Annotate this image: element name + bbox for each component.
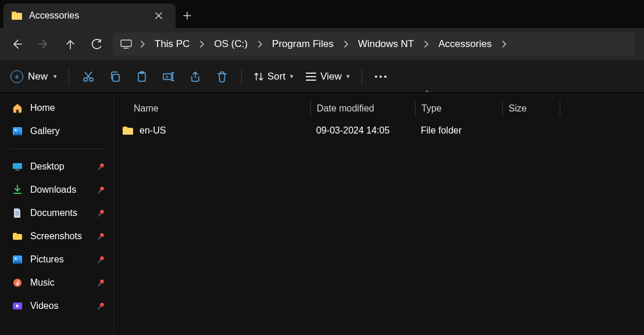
plus-circle-icon: + — [10, 70, 23, 83]
pin-icon: 📍 — [94, 300, 107, 312]
tab-title: Accessories — [29, 10, 150, 21]
nav-bar: This PC OS (C:) Program Files Windows NT… — [0, 28, 644, 60]
chevron-right-icon[interactable] — [339, 41, 352, 48]
sidebar-item-documents[interactable]: Documents 📍 — [0, 201, 113, 225]
video-icon — [12, 302, 23, 310]
chevron-right-icon[interactable] — [136, 41, 149, 48]
sidebar-item-screenshots[interactable]: Screenshots 📍 — [0, 225, 113, 248]
pin-icon: 📍 — [94, 183, 107, 196]
copy-button[interactable] — [102, 65, 128, 88]
delete-button[interactable] — [209, 65, 235, 88]
file-name: en-US — [139, 125, 166, 136]
svg-point-13 — [15, 257, 16, 259]
breadcrumb-segment[interactable]: Program Files — [267, 38, 338, 50]
sidebar-item-gallery[interactable]: Gallery — [0, 120, 113, 143]
sidebar-item-label: Downloads — [30, 185, 76, 195]
new-tab-button[interactable] — [176, 3, 199, 28]
paste-button[interactable] — [128, 65, 155, 88]
sidebar-item-label: Home — [30, 103, 55, 113]
pin-icon: 📍 — [94, 160, 107, 173]
title-bar: Accessories — [0, 0, 644, 28]
column-header-name[interactable]: Name — [114, 103, 310, 114]
more-button[interactable] — [368, 75, 393, 78]
toolbar: + New ▾ A Sort ▾ View ▾ — [0, 60, 644, 93]
close-tab-button[interactable] — [150, 7, 167, 24]
chevron-down-icon: ▾ — [346, 73, 350, 80]
sidebar-item-label: Videos — [30, 301, 59, 311]
chevron-down-icon: ▾ — [290, 73, 294, 80]
new-button[interactable]: + New ▾ — [5, 67, 63, 87]
pin-icon: 📍 — [94, 253, 107, 266]
column-header-type[interactable]: Type — [415, 101, 502, 116]
refresh-button[interactable] — [84, 33, 110, 56]
breadcrumb-segment[interactable]: OS (C:) — [209, 38, 252, 50]
view-icon — [305, 72, 317, 81]
sort-icon — [253, 71, 264, 82]
address-bar[interactable]: This PC OS (C:) Program Files Windows NT… — [113, 33, 635, 56]
svg-rect-10 — [13, 163, 22, 169]
back-button[interactable] — [3, 33, 30, 56]
chevron-down-icon: ▾ — [53, 73, 57, 80]
divider — [362, 68, 362, 85]
folder-icon — [12, 232, 23, 240]
sidebar-item-label: Documents — [30, 208, 77, 218]
sidebar-item-downloads[interactable]: Downloads 📍 — [0, 178, 113, 201]
sidebar-item-label: Pictures — [30, 254, 64, 265]
sidebar: Home Gallery Desktop 📍 Downloads 📍 — [0, 93, 114, 335]
sidebar-item-label: Desktop — [30, 161, 65, 172]
breadcrumb-segment[interactable]: This PC — [150, 38, 194, 50]
folder-icon — [10, 9, 23, 22]
sidebar-item-pictures[interactable]: Pictures 📍 — [0, 248, 113, 271]
column-header-date[interactable]: Date modified — [310, 101, 415, 116]
svg-point-14 — [13, 279, 22, 287]
pin-icon: 📍 — [94, 230, 107, 243]
sidebar-item-label: Gallery — [30, 126, 60, 136]
monitor-icon — [117, 39, 135, 49]
cut-button[interactable] — [75, 65, 102, 88]
file-date: 09-03-2024 14:05 — [310, 125, 415, 136]
home-icon — [12, 103, 23, 113]
divider — [241, 68, 242, 85]
pin-icon: 📍 — [94, 207, 107, 219]
pin-icon: 📍 — [94, 276, 107, 289]
view-button[interactable]: View ▾ — [299, 67, 356, 86]
active-tab[interactable]: Accessories — [3, 3, 176, 28]
sidebar-item-label: Screenshots — [30, 231, 82, 242]
sidebar-item-desktop[interactable]: Desktop 📍 — [0, 155, 113, 178]
divider — [69, 68, 69, 85]
chevron-right-icon[interactable] — [420, 41, 432, 48]
music-icon — [12, 278, 23, 287]
svg-rect-3 — [113, 74, 119, 81]
svg-rect-0 — [121, 40, 131, 46]
breadcrumb-segment[interactable]: Windows NT — [353, 38, 418, 50]
sort-indicator-icon: ⌃ — [209, 89, 644, 97]
sidebar-item-label: Music — [30, 278, 55, 288]
chevron-right-icon[interactable] — [195, 41, 208, 48]
sidebar-item-music[interactable]: Music 📍 — [0, 271, 113, 294]
share-button[interactable] — [182, 65, 209, 88]
sort-label: Sort — [267, 71, 285, 82]
view-label: View — [320, 71, 342, 82]
sidebar-item-home[interactable]: Home — [0, 96, 113, 120]
breadcrumb-segment[interactable]: Accessories — [434, 38, 496, 50]
rename-button[interactable]: A — [155, 65, 182, 88]
sidebar-separator — [9, 149, 104, 149]
file-type: File folder — [415, 125, 502, 136]
forward-button[interactable] — [30, 33, 57, 56]
svg-point-9 — [15, 129, 16, 131]
sort-button[interactable]: Sort ▾ — [248, 67, 299, 86]
download-icon — [12, 185, 23, 195]
gallery-icon — [12, 255, 23, 264]
desktop-icon — [12, 163, 23, 171]
up-button[interactable] — [57, 33, 84, 56]
file-row[interactable]: en-US 09-03-2024 14:05 File folder — [114, 120, 644, 141]
chevron-right-icon[interactable] — [253, 41, 266, 48]
chevron-right-icon[interactable] — [498, 41, 510, 48]
sidebar-item-videos[interactable]: Videos 📍 — [0, 294, 113, 318]
column-header-size[interactable]: Size — [502, 101, 560, 116]
new-label: New — [28, 71, 48, 82]
svg-text:A: A — [166, 74, 169, 80]
column-headers: Name Date modified Type Size — [114, 97, 644, 120]
folder-icon — [122, 126, 134, 135]
main-area: Home Gallery Desktop 📍 Downloads 📍 — [0, 93, 644, 335]
